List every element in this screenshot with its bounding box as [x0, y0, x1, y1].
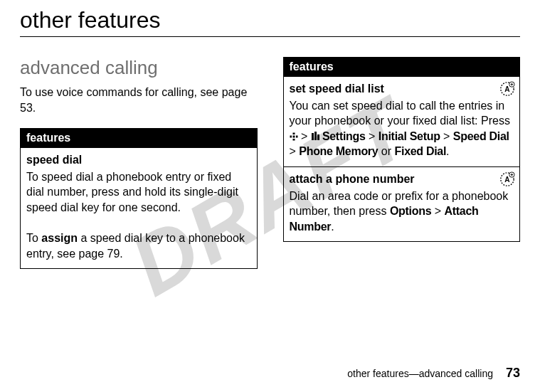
- svg-rect-5: [292, 135, 295, 137]
- table-row: A attach a phone number Dial an area cod…: [284, 166, 520, 241]
- page-footer: other features—advanced calling 73: [347, 366, 520, 381]
- gt: >: [440, 130, 453, 142]
- operator-badge-icon: A: [499, 81, 515, 97]
- softkey-label: Options: [390, 205, 431, 217]
- feature-body-bold: assign: [41, 232, 78, 244]
- feature-body-pre: To: [26, 232, 41, 244]
- table-header: features: [21, 129, 257, 147]
- gt: >: [431, 205, 444, 217]
- right-column: features A set speed dial list You can s…: [283, 57, 521, 269]
- menu-item: Phone Memory: [299, 145, 378, 157]
- or-text: or: [378, 145, 394, 157]
- svg-rect-8: [290, 135, 292, 137]
- footer-text: other features—advanced calling: [347, 368, 493, 379]
- features-table-left: features speed dial To speed dial a phon…: [20, 128, 258, 269]
- page-number: 73: [506, 366, 520, 381]
- feature-name: attach a phone number: [290, 171, 514, 187]
- operator-badge-icon: A: [499, 171, 515, 187]
- svg-text:A: A: [504, 176, 510, 184]
- table-row: speed dial To speed dial a phonebook ent…: [21, 147, 257, 268]
- center-key-icon: [290, 132, 298, 141]
- settings-label: Settings: [319, 130, 366, 142]
- feature-body: You can set speed dial to call the entri…: [290, 100, 510, 127]
- menu-item: Speed Dial: [453, 130, 509, 142]
- features-table-right: features A set speed dial list You can s…: [283, 57, 521, 242]
- intro-paragraph: To use voice commands for calling, see p…: [20, 85, 258, 115]
- title-rule: [20, 36, 520, 37]
- gt: >: [298, 130, 311, 142]
- svg-text:A: A: [504, 85, 510, 93]
- svg-rect-7: [292, 139, 295, 141]
- table-header: features: [284, 58, 520, 76]
- settings-icon: [311, 132, 319, 142]
- svg-rect-6: [292, 132, 295, 134]
- feature-body: To speed dial a phonebook entry or fixed…: [26, 171, 238, 213]
- gt: >: [290, 145, 300, 157]
- table-row: A set speed dial list You can set speed …: [284, 76, 520, 166]
- feature-name: speed dial: [26, 152, 251, 168]
- period: .: [446, 145, 449, 157]
- page-title: other features: [20, 7, 520, 33]
- section-title: advanced calling: [20, 57, 258, 79]
- period: .: [331, 221, 334, 233]
- menu-item: Initial Setup: [378, 130, 440, 142]
- gt: >: [366, 130, 378, 142]
- left-column: advanced calling To use voice commands f…: [20, 57, 258, 269]
- svg-rect-11: [314, 132, 317, 140]
- menu-item: Fixed Dial: [395, 145, 447, 157]
- feature-name: set speed dial list: [290, 81, 514, 97]
- svg-rect-10: [312, 133, 314, 140]
